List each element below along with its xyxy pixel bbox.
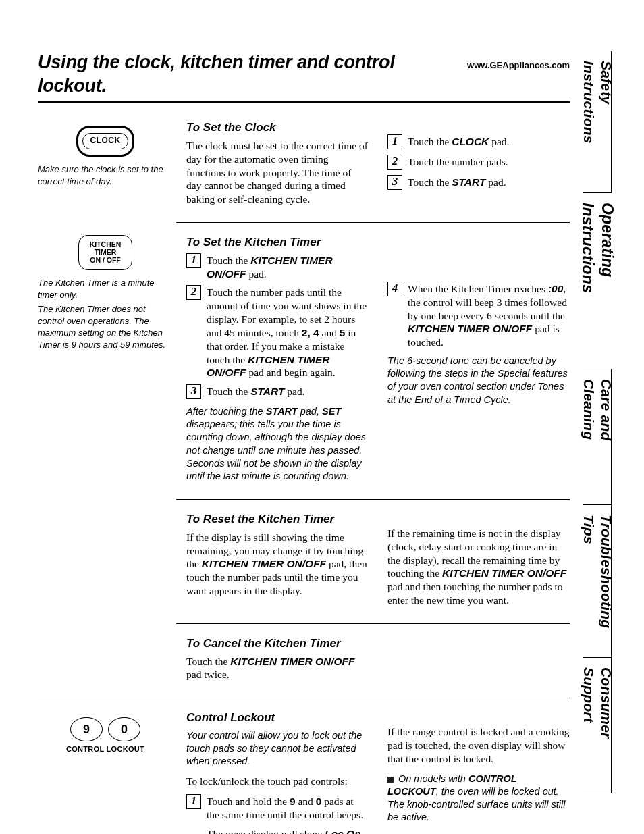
reset-right-text: If the remaining time is not in the disp… — [387, 527, 570, 607]
heading-reset-kt: To Reset the Kitchen Timer — [186, 512, 369, 527]
kt-step-2: 2 Touch the number pads until the amount… — [186, 286, 369, 380]
heading-set-clock: To Set the Clock — [186, 120, 369, 135]
tab-consumer[interactable]: Consumer Support — [583, 658, 612, 793]
tab-operating[interactable]: Operating Instructions — [583, 192, 612, 369]
clock-intro: The clock must be set to the correct tim… — [186, 139, 369, 206]
step-number-icon: 2 — [186, 285, 201, 300]
clock-step-3: 3 Touch the START pad. — [387, 176, 570, 190]
tab-safety[interactable]: Safety Instructions — [583, 51, 612, 192]
kt-note-after-start: After touching the START pad, SET disapp… — [186, 405, 369, 483]
lockout-instruction: To lock/unlock the touch pad controls: — [186, 775, 369, 788]
lockout-right-2: On models with CONTROL LOCKOUT, the oven… — [387, 773, 570, 825]
kitchen-timer-pad-illustration: KITCHENTIMERON / OFF — [78, 235, 132, 270]
heading-control-lockout: Control Lockout — [186, 710, 369, 725]
section-set-kt: KITCHENTIMERON / OFF The Kitchen Timer i… — [38, 235, 570, 490]
control-lockout-label: CONTROL LOCKOUT — [38, 744, 173, 754]
clock-pad-illustration: CLOCK — [76, 126, 134, 157]
clock-step-1: 1 Touch the CLOCK pad. — [387, 135, 570, 150]
step-number-icon: 3 — [387, 175, 402, 190]
lockout-intro: Your control will allow you to lock out … — [186, 729, 369, 768]
page-title: Using the clock, kitchen timer and contr… — [38, 51, 467, 97]
step-number-icon: 4 — [387, 282, 402, 296]
kt-step-3: 3 Touch the START pad. — [186, 385, 369, 400]
cancel-text: Touch the KITCHEN TIMER ON/OFF pad twice… — [186, 655, 369, 682]
clock-step-2: 2 Touch the number pads. — [387, 155, 570, 170]
reset-left-text: If the display is still showing the time… — [186, 531, 369, 598]
step-number-icon: 2 — [387, 155, 402, 170]
divider — [176, 222, 570, 223]
lockout-loc-on-text: The oven display will show Loc On for se… — [207, 827, 369, 834]
step-number-icon: 1 — [387, 134, 402, 149]
lockout-step-1: 1 Touch and hold the 9 and 0 pads at the… — [186, 795, 369, 822]
tab-troubleshooting[interactable]: Troubleshooting Tips — [583, 505, 612, 658]
bullet-square-icon — [387, 777, 394, 783]
section-tab-rail: Safety Instructions Operating Instructio… — [583, 51, 612, 793]
section-set-clock: CLOCK Make sure the clock is set to the … — [38, 120, 570, 213]
pad-9-icon: 9 — [70, 717, 103, 741]
lockout-right-1: If the range control is locked and a coo… — [387, 725, 570, 765]
pad-0-icon: 0 — [108, 717, 140, 741]
heading-set-kt: To Set the Kitchen Timer — [186, 235, 369, 250]
brand-url: www.GEAppliances.com — [467, 60, 570, 72]
section-control-lockout: 9 0 CONTROL LOCKOUT Control Lockout Your… — [38, 710, 570, 834]
section-reset-kt: To Reset the Kitchen Timer If the displa… — [38, 512, 570, 614]
heading-cancel-kt: To Cancel the Kitchen Timer — [186, 636, 369, 651]
step-number-icon: 1 — [186, 253, 201, 268]
divider-full — [38, 698, 570, 698]
section-cancel-kt: To Cancel the Kitchen Timer Touch the KI… — [38, 636, 570, 688]
divider — [176, 623, 570, 624]
kt-step-4: 4 When the Kitchen Timer reaches :00, th… — [387, 282, 570, 349]
kt-caption-1: The Kitchen Timer is a minute timer only… — [38, 277, 173, 301]
title-bar: Using the clock, kitchen timer and contr… — [38, 51, 570, 103]
kt-caption-2: The Kitchen Timer does not control oven … — [38, 303, 173, 350]
tab-care[interactable]: Care and Cleaning — [583, 369, 612, 505]
divider — [176, 499, 570, 500]
kt-step-1: 1 Touch the KITCHEN TIMER ON/OFF pad. — [186, 254, 369, 281]
step-number-icon: 3 — [186, 384, 201, 399]
clock-pad-label: CLOCK — [82, 133, 128, 149]
control-lockout-illustration: 9 0 CONTROL LOCKOUT — [38, 717, 173, 754]
clock-caption: Make sure the clock is set to the correc… — [38, 163, 173, 187]
page-content: Using the clock, kitchen timer and contr… — [38, 51, 570, 834]
step-number-icon: 1 — [186, 794, 201, 809]
kt-note-tone: The 6-second tone can be canceled by fol… — [387, 355, 570, 407]
